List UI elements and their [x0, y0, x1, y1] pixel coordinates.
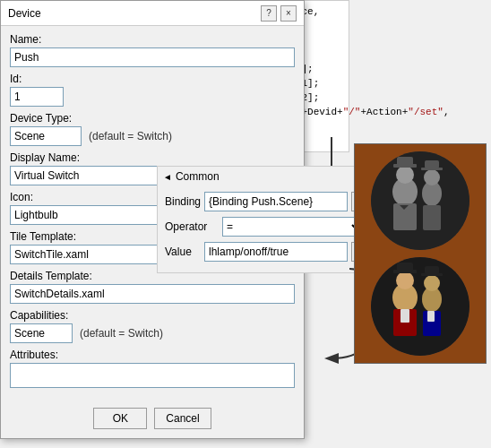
svg-point-15 — [371, 257, 469, 356]
display-name-label: Display Name: — [10, 151, 295, 164]
dialog-titlebar: Device ? × — [1, 1, 304, 26]
value-label: Value — [165, 246, 201, 258]
binding-label: Binding — [165, 195, 201, 208]
avatar-circle-2 — [371, 257, 469, 356]
common-header-label: Common — [176, 170, 220, 183]
svg-rect-7 — [397, 157, 413, 166]
device-type-field-group: Device Type: (default = Switch) — [10, 112, 295, 146]
help-button[interactable]: ? — [261, 5, 277, 22]
value-input[interactable] — [204, 242, 348, 262]
titlebar-buttons: ? × — [261, 5, 297, 22]
capabilities-input[interactable] — [10, 323, 73, 343]
binding-input[interactable] — [204, 192, 348, 211]
svg-point-17 — [396, 271, 414, 289]
svg-point-3 — [371, 151, 469, 250]
ok-button[interactable]: OK — [93, 408, 147, 429]
collapse-arrow-icon[interactable]: ◄ — [163, 172, 172, 182]
operator-select[interactable]: = — [222, 217, 364, 237]
svg-rect-26 — [401, 309, 409, 323]
svg-point-21 — [424, 275, 440, 291]
svg-point-9 — [424, 169, 440, 185]
name-field-group: Name: — [10, 33, 295, 67]
operator-label: Operator — [165, 220, 219, 233]
svg-point-5 — [396, 166, 414, 184]
value-row: Value ... — [165, 242, 382, 262]
capabilities-row: (default = Switch) — [10, 323, 295, 343]
capabilities-default: (default = Switch) — [80, 327, 163, 340]
id-label: Id: — [10, 73, 295, 85]
attributes-label: Attributes: — [10, 349, 295, 361]
avatar-circle-1 — [371, 151, 469, 250]
operator-row: Operator = — [165, 217, 382, 237]
svg-rect-13 — [423, 205, 441, 230]
svg-rect-11 — [425, 160, 439, 168]
image-panel — [354, 143, 487, 364]
id-field-group: Id: — [10, 73, 295, 107]
id-input[interactable] — [10, 87, 64, 107]
details-template-field-group: Details Template: — [10, 270, 295, 304]
device-type-default: (default = Switch) — [89, 130, 172, 142]
device-type-label: Device Type: — [10, 112, 295, 125]
details-template-input[interactable] — [10, 284, 295, 304]
svg-rect-19 — [397, 263, 413, 271]
avatar-image-1 — [371, 151, 469, 250]
attributes-input[interactable] — [10, 363, 295, 388]
name-input[interactable] — [10, 47, 295, 67]
cancel-button[interactable]: Cancel — [154, 408, 211, 429]
device-type-row: (default = Switch) — [10, 126, 295, 146]
svg-rect-27 — [427, 311, 435, 322]
capabilities-field-group: Capabilities: (default = Switch) — [10, 309, 295, 343]
device-type-input[interactable] — [10, 126, 82, 146]
svg-rect-23 — [425, 266, 439, 274]
close-button[interactable]: × — [280, 5, 297, 22]
dialog-footer: OK Cancel — [1, 401, 304, 438]
capabilities-label: Capabilities: — [10, 309, 295, 322]
name-label: Name: — [10, 33, 295, 46]
binding-row: Binding ... — [165, 192, 382, 211]
dialog-title: Device — [8, 7, 41, 20]
avatar-image-2 — [371, 257, 469, 356]
attributes-field-group: Attributes: — [10, 349, 295, 388]
